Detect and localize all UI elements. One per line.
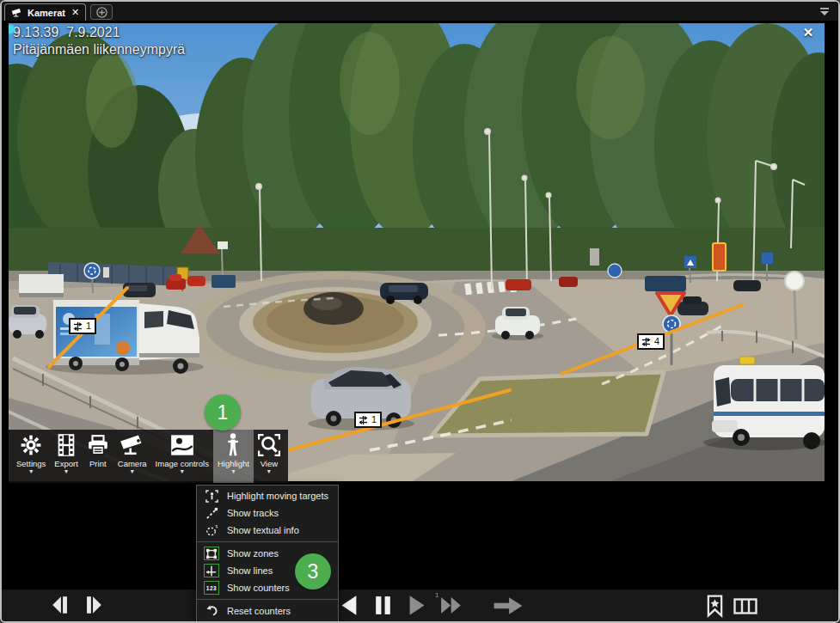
next-frame-button[interactable] xyxy=(81,594,103,616)
tab-label: Kamerat xyxy=(28,8,65,18)
gear-icon xyxy=(20,432,42,458)
menu-separator xyxy=(197,541,338,542)
textual-info-icon xyxy=(204,523,219,537)
tab-close-icon[interactable]: ✕ xyxy=(71,7,79,18)
line-counter-icon xyxy=(72,321,83,332)
callout-badge-1: 1 xyxy=(205,394,241,431)
close-video-button[interactable]: ✕ xyxy=(800,25,816,40)
menu-item-show-textual-info[interactable]: Show textual info xyxy=(197,522,338,539)
lines-icon xyxy=(204,564,219,577)
line-counter-icon xyxy=(358,415,369,425)
callout-badge-3: 3 xyxy=(295,553,331,589)
video-osd: 9.13.39 7.9.2021 Pitäjänmäen liikenneymp… xyxy=(13,25,185,58)
bookmark-button[interactable] xyxy=(706,594,724,618)
toolbar-button-view[interactable]: View ▾ xyxy=(254,430,285,483)
person-icon xyxy=(225,432,241,458)
camera-video-frame[interactable]: 1 1 4 9.13.39 7.9.2021 Pitäjänmäen liike… xyxy=(9,23,825,481)
printer-icon xyxy=(87,432,109,458)
frame-step-group xyxy=(51,594,103,616)
toolbar-button-highlight[interactable]: Highlight ▾ xyxy=(213,430,254,483)
tab-kamerat[interactable]: Kamerat ✕ xyxy=(4,3,86,21)
menu-item-label: Reset counters xyxy=(227,606,291,616)
chevron-down-icon: ▾ xyxy=(181,468,184,476)
previous-frame-button[interactable] xyxy=(51,594,73,616)
toolbar-button-label: Print xyxy=(89,459,107,468)
menu-item-label: Show counters xyxy=(227,583,290,593)
camera-icon xyxy=(11,8,23,17)
playback-controls-group: 1 xyxy=(338,594,524,617)
magnifier-brackets-icon xyxy=(258,432,280,458)
counter-label: 4 xyxy=(637,333,665,350)
tracks-icon xyxy=(204,506,219,520)
camera-name: Pitäjänmäen liikenneympyrä xyxy=(13,42,185,58)
toolbar-button-image-controls[interactable]: Image controls ▾ xyxy=(151,430,213,483)
counter-value: 1 xyxy=(371,413,377,426)
filmstrip-icon xyxy=(57,432,76,458)
menu-item-show-tracks[interactable]: Show tracks xyxy=(197,504,338,522)
plus-circle-icon xyxy=(96,7,107,18)
menu-item-label: Show lines xyxy=(227,565,273,576)
app-window: Kamerat ✕ xyxy=(0,0,840,623)
tab-bar: Kamerat ✕ xyxy=(2,2,838,21)
menu-item-label: Show textual info xyxy=(227,525,299,535)
video-toolbar: Settings ▾ Export ▾ Print xyxy=(9,430,288,483)
chevron-down-icon: ▾ xyxy=(131,468,134,476)
zones-icon xyxy=(204,547,219,560)
counter-label: 1 xyxy=(69,318,96,334)
traffic-scene xyxy=(9,23,825,481)
counter-label: 1 xyxy=(354,412,382,428)
camera-icon xyxy=(120,432,145,458)
menu-item-label: Highlight moving targets xyxy=(227,491,328,501)
new-tab-button[interactable] xyxy=(90,4,113,20)
step-to-next-event-button[interactable] xyxy=(492,596,524,616)
play-forward-button[interactable] xyxy=(405,594,428,617)
menu-item-label: Show tracks xyxy=(227,508,279,518)
undo-arrow-icon xyxy=(204,604,219,618)
truck xyxy=(46,300,204,375)
grid-view-button[interactable] xyxy=(733,598,757,614)
highlight-targets-icon xyxy=(204,489,219,503)
fast-forward-button[interactable]: 1 xyxy=(439,595,474,616)
chevron-down-icon: ▾ xyxy=(231,468,235,476)
chevron-down-icon: ▾ xyxy=(267,468,271,476)
chevron-down-icon: ▾ xyxy=(29,468,33,476)
menu-separator xyxy=(197,599,338,600)
menu-item-highlight-moving-targets[interactable]: Highlight moving targets xyxy=(197,487,338,504)
playback-speed-label: 1 xyxy=(435,591,438,599)
menu-item-label: Show zones xyxy=(227,548,279,559)
video-timestamp: 9.13.39 7.9.2021 xyxy=(13,25,185,40)
line-counter-icon xyxy=(641,337,652,347)
pause-button[interactable] xyxy=(372,594,394,617)
toolbar-button-export[interactable]: Export ▾ xyxy=(50,430,82,483)
tab-list-dropdown-icon[interactable] xyxy=(819,5,830,15)
counter-value: 1 xyxy=(86,320,91,333)
minibus xyxy=(703,357,825,450)
toolbar-button-camera[interactable]: Camera ▾ xyxy=(113,430,151,483)
roundabout-island xyxy=(185,272,486,385)
counter-value: 4 xyxy=(654,335,659,348)
video-viewport: 1 1 4 9.13.39 7.9.2021 Pitäjänmäen liike… xyxy=(2,21,838,589)
chevron-down-icon: ▾ xyxy=(64,468,68,476)
counters-123-icon: 123 xyxy=(204,581,219,595)
bottom-right-tools-group xyxy=(706,594,757,618)
image-icon xyxy=(170,432,194,458)
menu-item-reset-counters[interactable]: Reset counters xyxy=(197,602,338,620)
toolbar-button-print[interactable]: Print xyxy=(83,430,113,483)
playback-bar: 1 xyxy=(2,589,838,621)
play-backward-button[interactable] xyxy=(338,594,361,617)
toolbar-button-settings[interactable]: Settings ▾ xyxy=(12,430,50,483)
